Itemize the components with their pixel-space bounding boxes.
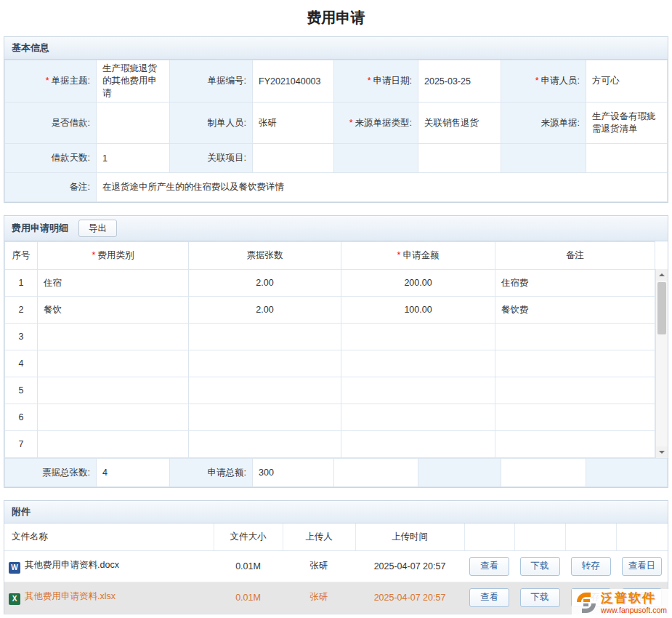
attachments-table: 文件名称 文件大小 上传人 上传时间 W其他费用申请资料.docx 0.01M … xyxy=(4,523,668,614)
doc-no-label: 单据编号: xyxy=(170,60,253,103)
col-remark: 备注 xyxy=(495,242,655,270)
project-value xyxy=(253,144,334,173)
basic-info-header: 基本信息 xyxy=(4,37,668,60)
expense-detail-grid: 序号 *费用类别 票据张数 *申请金额 备注 1 住宿 2.00 200.00 … xyxy=(4,241,668,458)
empty-cell xyxy=(501,459,586,487)
scroll-up-icon[interactable] xyxy=(656,269,668,281)
subject-label-text: 单据主题: xyxy=(52,76,90,86)
applicant-label-text: 申请人员: xyxy=(541,76,580,86)
attachments-section: 附件 文件名称 文件大小 上传人 上传时间 W其他费用申请资料.docx xyxy=(4,500,668,614)
watermark-url: www.fanpusoft.com xyxy=(601,606,667,614)
attachment-row[interactable]: W其他费用申请资料.docx 0.01M 张研 2025-04-07 20:57… xyxy=(4,550,668,582)
empty-cell xyxy=(418,459,501,487)
cell-count xyxy=(189,377,341,404)
cell-remark xyxy=(495,404,655,431)
cell-category xyxy=(38,404,189,431)
detail-row: 6 xyxy=(5,404,655,431)
applicant-label: *申请人员: xyxy=(501,60,586,103)
cell-count xyxy=(189,350,341,377)
col-uploader: 上传人 xyxy=(283,523,355,550)
attachment-uploader: 张研 xyxy=(283,550,355,582)
required-marker: * xyxy=(535,76,539,86)
required-marker: * xyxy=(46,76,49,86)
cell-amount xyxy=(341,350,495,377)
cell-count xyxy=(189,404,341,431)
cell-count xyxy=(189,324,341,350)
attachment-file-name: 其他费用申请资料.xlsx xyxy=(25,591,116,601)
view-log-button[interactable]: 查看日 xyxy=(622,557,662,576)
cell-no: 3 xyxy=(5,324,38,350)
empty-label-cell xyxy=(334,144,418,173)
col-amount: *申请金额 xyxy=(341,242,495,270)
detail-row: 3 xyxy=(5,324,655,350)
expense-application-page: 费用申请 基本信息 *单据主题: 生产瑕疵退货的其他费用申请 单据编号: FY2… xyxy=(0,0,672,618)
empty-value-cell xyxy=(418,144,501,173)
cell-no: 2 xyxy=(5,297,38,324)
cell-count xyxy=(189,431,341,458)
apply-date-value: 2025-03-25 xyxy=(418,60,501,103)
detail-totals-row: 票据总张数: 4 申请总额: 300 xyxy=(4,458,668,487)
scroll-down-icon[interactable] xyxy=(656,446,668,458)
detail-row: 5 xyxy=(5,377,655,404)
download-button[interactable]: 下载 xyxy=(520,557,560,576)
loan-days-label: 借款天数: xyxy=(5,144,97,173)
source-doc-label: 来源单据: xyxy=(501,103,586,144)
word-file-icon: W xyxy=(9,562,20,574)
cell-remark: 住宿费 xyxy=(495,270,655,297)
doc-no-value: FY2021040003 xyxy=(253,60,334,103)
expense-detail-header: 费用申请明细 导出 xyxy=(4,216,668,241)
creator-value: 张研 xyxy=(253,103,334,144)
cell-amount xyxy=(341,324,495,350)
empty-cell xyxy=(586,459,668,487)
vertical-scrollbar[interactable] xyxy=(655,269,668,458)
scrollbar-thumb[interactable] xyxy=(657,282,666,334)
attachment-file-size: 0.01M xyxy=(214,550,283,582)
basic-info-section: 基本信息 *单据主题: 生产瑕疵退货的其他费用申请 单据编号: FY202104… xyxy=(4,36,668,203)
cell-amount xyxy=(341,377,495,404)
source-type-value: 关联销售退货 xyxy=(418,103,501,144)
col-category: *费用类别 xyxy=(38,242,189,270)
col-actions xyxy=(514,523,565,550)
cell-category xyxy=(38,377,189,404)
is-loan-label: 是否借款: xyxy=(5,103,97,144)
cell-no: 7 xyxy=(5,431,38,458)
cell-category xyxy=(38,350,189,377)
export-button[interactable]: 导出 xyxy=(78,220,117,237)
cell-category: 住宿 xyxy=(38,270,189,297)
view-button[interactable]: 查看 xyxy=(469,557,509,576)
fanpu-watermark: 泛普软件 www.fanpusoft.com xyxy=(572,589,671,617)
cell-no: 1 xyxy=(5,270,38,297)
col-file-name: 文件名称 xyxy=(4,523,214,550)
col-file-size: 文件大小 xyxy=(214,523,283,550)
cell-remark: 餐饮费 xyxy=(495,297,655,324)
creator-label: 制单人员: xyxy=(170,103,253,144)
transfer-save-button[interactable]: 转存 xyxy=(571,557,611,576)
page-title: 费用申请 xyxy=(0,7,672,28)
basic-info-table: *单据主题: 生产瑕疵退货的其他费用申请 单据编号: FY2021040003 … xyxy=(4,60,668,202)
attachment-name-cell: W其他费用申请资料.docx xyxy=(4,550,214,582)
total-count-label: 票据总张数: xyxy=(5,459,97,487)
cell-count: 2.00 xyxy=(189,270,341,297)
download-button[interactable]: 下载 xyxy=(520,588,560,607)
subject-value: 生产瑕疵退货的其他费用申请 xyxy=(97,60,170,103)
col-category-text: 费用类别 xyxy=(97,250,134,260)
attachments-header-row: 文件名称 文件大小 上传人 上传时间 xyxy=(4,523,668,550)
cell-category xyxy=(38,431,189,458)
fanpu-logo-icon xyxy=(575,591,598,614)
excel-file-icon: X xyxy=(9,593,20,605)
cell-amount xyxy=(341,404,495,431)
total-count-value: 4 xyxy=(97,459,170,487)
cell-no: 4 xyxy=(5,350,38,377)
cell-remark xyxy=(495,431,655,458)
view-button[interactable]: 查看 xyxy=(469,588,509,607)
required-marker: * xyxy=(92,250,96,260)
source-type-label-text: 来源单据类型: xyxy=(355,118,412,128)
attachment-row-selected[interactable]: X其他费用申请资料.xlsx 0.01M 张研 2025-04-07 20:57… xyxy=(4,582,668,613)
detail-row: 7 xyxy=(5,431,655,458)
applicant-value: 方可心 xyxy=(586,60,668,103)
col-actions xyxy=(464,523,514,550)
project-label: 关联项目: xyxy=(170,144,253,173)
attachment-upload-time: 2025-04-07 20:57 xyxy=(355,582,464,613)
attachment-file-size: 0.01M xyxy=(214,582,283,613)
empty-value-cell xyxy=(586,144,668,173)
